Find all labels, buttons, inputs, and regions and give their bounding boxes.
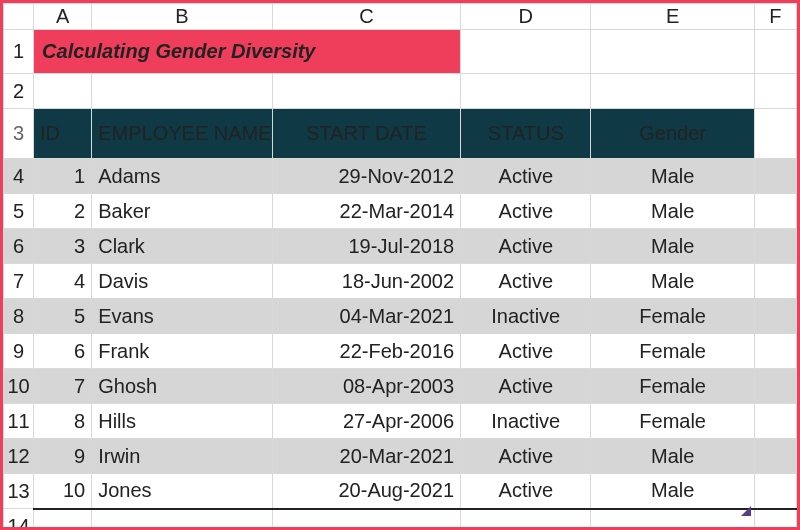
cell-F13[interactable] bbox=[754, 474, 796, 509]
cell-name[interactable]: Irwin bbox=[92, 439, 272, 474]
cell-D14[interactable] bbox=[461, 509, 591, 531]
row-header-2[interactable]: 2 bbox=[4, 74, 34, 109]
cell-gender[interactable]: Female bbox=[591, 404, 754, 439]
col-header-B[interactable]: B bbox=[92, 4, 272, 30]
row-header-4[interactable]: 4 bbox=[4, 159, 34, 194]
row-header-5[interactable]: 5 bbox=[4, 194, 34, 229]
cell-E2[interactable] bbox=[591, 74, 754, 109]
cell-D2[interactable] bbox=[461, 74, 591, 109]
col-header-F[interactable]: F bbox=[754, 4, 796, 30]
col-header-C[interactable]: C bbox=[272, 4, 460, 30]
cell-B14[interactable] bbox=[92, 509, 272, 531]
cell-date[interactable]: 22-Mar-2014 bbox=[272, 194, 460, 229]
cell-name[interactable]: Evans bbox=[92, 299, 272, 334]
row-header-1[interactable]: 1 bbox=[4, 30, 34, 74]
cell-name[interactable]: Hills bbox=[92, 404, 272, 439]
row-header-3[interactable]: 3 bbox=[4, 109, 34, 159]
cell-status[interactable]: Active bbox=[461, 334, 591, 369]
cell-status[interactable]: Inactive bbox=[461, 299, 591, 334]
cell-id[interactable]: 7 bbox=[34, 369, 92, 404]
cell-status[interactable]: Active bbox=[461, 159, 591, 194]
select-all-corner[interactable] bbox=[4, 4, 34, 30]
col-header-A[interactable]: A bbox=[34, 4, 92, 30]
cell-F7[interactable] bbox=[754, 264, 796, 299]
cell-gender[interactable]: Male bbox=[591, 474, 754, 509]
cell-gender[interactable]: Male bbox=[591, 194, 754, 229]
cell-id[interactable]: 10 bbox=[34, 474, 92, 509]
cell-id[interactable]: 1 bbox=[34, 159, 92, 194]
cell-id[interactable]: 5 bbox=[34, 299, 92, 334]
row-header-8[interactable]: 8 bbox=[4, 299, 34, 334]
row-header-11[interactable]: 11 bbox=[4, 404, 34, 439]
cell-name[interactable]: Davis bbox=[92, 264, 272, 299]
cell-E1[interactable] bbox=[591, 30, 754, 74]
row-header-7[interactable]: 7 bbox=[4, 264, 34, 299]
cell-E14[interactable] bbox=[591, 509, 754, 531]
cell-gender[interactable]: Male bbox=[591, 229, 754, 264]
cell-date[interactable]: 04-Mar-2021 bbox=[272, 299, 460, 334]
cell-F11[interactable] bbox=[754, 404, 796, 439]
cell-F5[interactable] bbox=[754, 194, 796, 229]
cell-name[interactable]: Frank bbox=[92, 334, 272, 369]
cell-F10[interactable] bbox=[754, 369, 796, 404]
cell-id[interactable]: 9 bbox=[34, 439, 92, 474]
cell-F1[interactable] bbox=[754, 30, 796, 74]
cell-date[interactable]: 29-Nov-2012 bbox=[272, 159, 460, 194]
cell-name[interactable]: Jones bbox=[92, 474, 272, 509]
cell-status[interactable]: Active bbox=[461, 369, 591, 404]
cell-date[interactable]: 22-Feb-2016 bbox=[272, 334, 460, 369]
header-id[interactable]: ID bbox=[34, 109, 92, 159]
cell-F2[interactable] bbox=[754, 74, 796, 109]
cell-id[interactable]: 4 bbox=[34, 264, 92, 299]
cell-date[interactable]: 27-Apr-2006 bbox=[272, 404, 460, 439]
cell-F8[interactable] bbox=[754, 299, 796, 334]
cell-gender[interactable]: Male bbox=[591, 159, 754, 194]
cell-F3[interactable] bbox=[754, 109, 796, 159]
col-header-E[interactable]: E bbox=[591, 4, 754, 30]
row-header-12[interactable]: 12 bbox=[4, 439, 34, 474]
cell-F9[interactable] bbox=[754, 334, 796, 369]
cell-name[interactable]: Baker bbox=[92, 194, 272, 229]
cell-name[interactable]: Ghosh bbox=[92, 369, 272, 404]
header-start-date[interactable]: START DATE bbox=[272, 109, 460, 159]
cell-gender[interactable]: Female bbox=[591, 299, 754, 334]
row-header-13[interactable]: 13 bbox=[4, 474, 34, 509]
cell-C2[interactable] bbox=[272, 74, 460, 109]
cell-status[interactable]: Active bbox=[461, 229, 591, 264]
cell-date[interactable]: 20-Mar-2021 bbox=[272, 439, 460, 474]
cell-status[interactable]: Active bbox=[461, 264, 591, 299]
cell-status[interactable]: Active bbox=[461, 474, 591, 509]
cell-F14[interactable] bbox=[754, 509, 796, 531]
header-name[interactable]: EMPLOYEE NAME bbox=[92, 109, 272, 159]
cell-A2[interactable] bbox=[34, 74, 92, 109]
row-header-9[interactable]: 9 bbox=[4, 334, 34, 369]
cell-name[interactable]: Adams bbox=[92, 159, 272, 194]
cell-date[interactable]: 08-Apr-2003 bbox=[272, 369, 460, 404]
cell-date[interactable]: 18-Jun-2002 bbox=[272, 264, 460, 299]
row-header-10[interactable]: 10 bbox=[4, 369, 34, 404]
cell-id[interactable]: 3 bbox=[34, 229, 92, 264]
cell-id[interactable]: 8 bbox=[34, 404, 92, 439]
cell-date[interactable]: 20-Aug-2021 bbox=[272, 474, 460, 509]
cell-name[interactable]: Clark bbox=[92, 229, 272, 264]
cell-id[interactable]: 2 bbox=[34, 194, 92, 229]
cell-status[interactable]: Active bbox=[461, 439, 591, 474]
cell-gender[interactable]: Female bbox=[591, 334, 754, 369]
cell-D1[interactable] bbox=[461, 30, 591, 74]
row-header-14[interactable]: 14 bbox=[4, 509, 34, 531]
header-status[interactable]: STATUS bbox=[461, 109, 591, 159]
cell-F4[interactable] bbox=[754, 159, 796, 194]
cell-A14[interactable] bbox=[34, 509, 92, 531]
cell-gender[interactable]: Female bbox=[591, 369, 754, 404]
cell-gender[interactable]: Male bbox=[591, 439, 754, 474]
cell-F6[interactable] bbox=[754, 229, 796, 264]
cell-status[interactable]: Active bbox=[461, 194, 591, 229]
col-header-D[interactable]: D bbox=[461, 4, 591, 30]
header-gender[interactable]: Gender bbox=[591, 109, 754, 159]
cell-date[interactable]: 19-Jul-2018 bbox=[272, 229, 460, 264]
cell-C14[interactable] bbox=[272, 509, 460, 531]
cell-id[interactable]: 6 bbox=[34, 334, 92, 369]
cell-status[interactable]: Inactive bbox=[461, 404, 591, 439]
title-cell[interactable]: Calculating Gender Diversity bbox=[34, 30, 461, 74]
cell-gender[interactable]: Male bbox=[591, 264, 754, 299]
